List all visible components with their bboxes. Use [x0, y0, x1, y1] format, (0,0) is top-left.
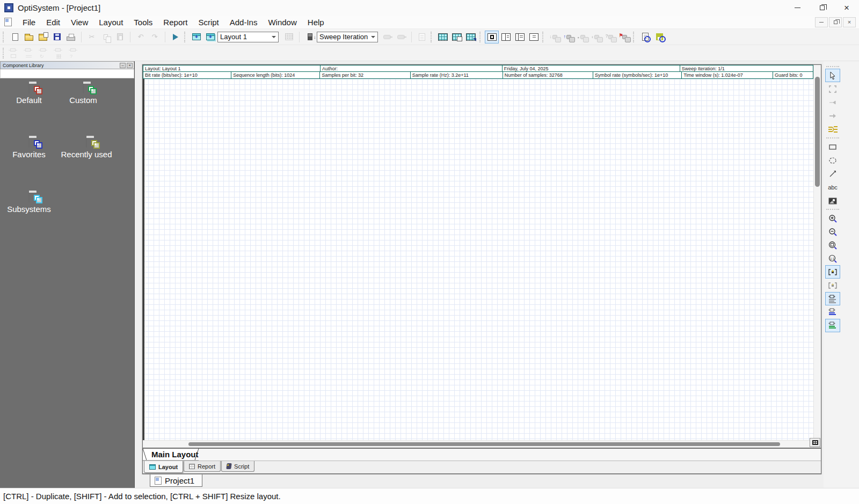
toolbar-grip[interactable] [826, 209, 839, 210]
menu-help[interactable]: Help [302, 17, 330, 28]
toolbar-grip[interactable] [184, 32, 187, 42]
zoom-page-button[interactable] [825, 238, 840, 252]
align-green-button[interactable] [825, 319, 840, 332]
image-tool-button[interactable] [825, 194, 840, 207]
menu-script[interactable]: Script [193, 17, 224, 28]
library-folder-favorites[interactable]: Favorites [1, 138, 57, 159]
header-number-of-samples[interactable]: Number of samples: 32768 [503, 71, 593, 79]
horizontal-scrollbar-thumb[interactable] [188, 442, 780, 446]
toolbar-grip[interactable] [431, 32, 433, 42]
mdi-close-button[interactable]: × [843, 17, 856, 27]
library-folder-custom[interactable]: Custom [55, 84, 111, 105]
menu-window[interactable]: Window [263, 17, 302, 28]
library-folder-default[interactable]: Default [1, 84, 57, 105]
tab-report[interactable]: Report [184, 461, 221, 472]
text-tool-button[interactable]: abc [825, 180, 840, 194]
tab-layout[interactable]: Layout [144, 461, 183, 473]
menu-layout[interactable]: Layout [93, 17, 128, 28]
generate-report-button[interactable] [638, 31, 652, 43]
layout-editor-button[interactable] [436, 31, 450, 43]
component-chip-icon [70, 48, 76, 52]
save-default-button[interactable] [652, 31, 666, 43]
view-detail-left-button[interactable] [513, 31, 527, 43]
mdi-minimize-button[interactable] [815, 17, 828, 27]
vertical-scrollbar-thumb[interactable] [815, 77, 820, 187]
menu-view[interactable]: View [65, 17, 93, 28]
new-button[interactable] [8, 31, 22, 43]
new-layout-button[interactable] [190, 31, 203, 43]
open-button[interactable] [22, 31, 36, 43]
auto-wire-button[interactable] [825, 122, 840, 136]
header-time-window[interactable]: Time window (s): 1.024e-07 [681, 71, 773, 79]
ellipse-tool-button[interactable] [825, 154, 840, 167]
toolbar-grip[interactable] [826, 66, 839, 67]
layout-select[interactable]: Layout 1 [217, 32, 279, 42]
vertical-scrollbar[interactable] [813, 65, 821, 448]
sweep-select-value: Sweep Iteration [319, 33, 368, 41]
folder-icon [28, 83, 30, 93]
layout-canvas[interactable] [143, 79, 813, 440]
header-guard-bits[interactable]: Guard bits: 0 [773, 71, 813, 79]
layout-properties-button[interactable] [810, 438, 820, 447]
horizontal-scrollbar[interactable] [143, 440, 813, 448]
panel-collapse-button[interactable]: – [120, 63, 126, 68]
view-single-button[interactable] [485, 31, 499, 43]
library-filter-field[interactable] [0, 69, 134, 78]
restore-icon [820, 5, 825, 10]
panel-close-button[interactable]: × [127, 63, 133, 68]
minimize-button[interactable] [785, 0, 810, 16]
import-button[interactable] [36, 31, 50, 43]
sweep-mode-button[interactable] [303, 31, 317, 43]
align-components-button[interactable] [825, 292, 840, 305]
connection-tool-button[interactable] [825, 96, 840, 109]
tab-main-layout[interactable]: Main Layout [143, 449, 199, 461]
view-split-vertical-button[interactable] [499, 31, 513, 43]
align-blue-button[interactable] [825, 305, 840, 319]
select-area-button[interactable] [825, 82, 840, 96]
header-bit-rate[interactable]: Bit rate (bits/sec): 1e+10 [143, 71, 231, 79]
header-sample-rate[interactable]: Sample rate (Hz): 3.2e+11 [410, 71, 503, 79]
restore-button[interactable] [810, 0, 834, 16]
component-flag-button[interactable]: ⚑ [617, 31, 631, 43]
zoom-one-to-one-button[interactable]: 1:1 [825, 252, 840, 265]
menu-edit[interactable]: Edit [41, 17, 65, 28]
calculate-run-button[interactable] [169, 31, 183, 43]
header-symbol-rate[interactable]: Symbol rate (symbols/sec): 1e+10 [593, 71, 682, 79]
menu-report[interactable]: Report [158, 17, 193, 28]
menu-add-ins[interactable]: Add-Ins [224, 17, 263, 28]
save-button[interactable] [50, 31, 64, 43]
toolbar-grip[interactable] [3, 32, 5, 42]
fit-vertical-button[interactable] [825, 279, 840, 292]
zoom-out-button[interactable] [825, 225, 840, 238]
duplicate-layout-button[interactable] [203, 31, 217, 43]
select-tool-button[interactable] [825, 69, 840, 82]
menu-tools[interactable]: Tools [128, 17, 158, 28]
tab-project1[interactable]: Project1 [150, 474, 202, 487]
arrow-tool-button[interactable] [825, 109, 840, 122]
layout-tab-icon [149, 464, 156, 470]
toolbar-grip[interactable] [3, 48, 5, 59]
rectangle-tool-button[interactable] [825, 140, 840, 154]
sweep-select[interactable]: Sweep Iteration [317, 32, 378, 42]
layout-options-button[interactable] [450, 31, 464, 43]
zoom-in-button[interactable] [825, 211, 840, 225]
layout-components-button[interactable] [464, 31, 478, 43]
toolbar-grip[interactable] [633, 32, 636, 42]
close-button[interactable]: × [834, 0, 859, 16]
mdi-restore-button[interactable] [829, 17, 842, 27]
library-folder-recently-used[interactable]: Recently used [55, 138, 118, 159]
header-samples-per-bit[interactable]: Samples per bit: 32 [319, 71, 410, 79]
print-button[interactable] [64, 31, 78, 43]
toolbar-grip[interactable] [542, 32, 545, 42]
tab-script[interactable]: Script [221, 461, 254, 472]
toolbar-grip[interactable] [479, 32, 482, 42]
fit-horizontal-button[interactable] [825, 265, 840, 279]
component-upload-button[interactable]: ↑ [562, 31, 576, 43]
header-sequence-length[interactable]: Sequence length (bits): 1024 [231, 71, 320, 79]
view-tab-strip: Layout Report Script [143, 461, 821, 473]
library-folder-subsystems[interactable]: Subsystems [1, 193, 57, 214]
line-tool-button[interactable] [825, 167, 840, 180]
menu-file[interactable]: File [17, 17, 41, 28]
view-detail-right-button[interactable] [527, 31, 541, 43]
toolbar-grip[interactable] [826, 137, 839, 138]
